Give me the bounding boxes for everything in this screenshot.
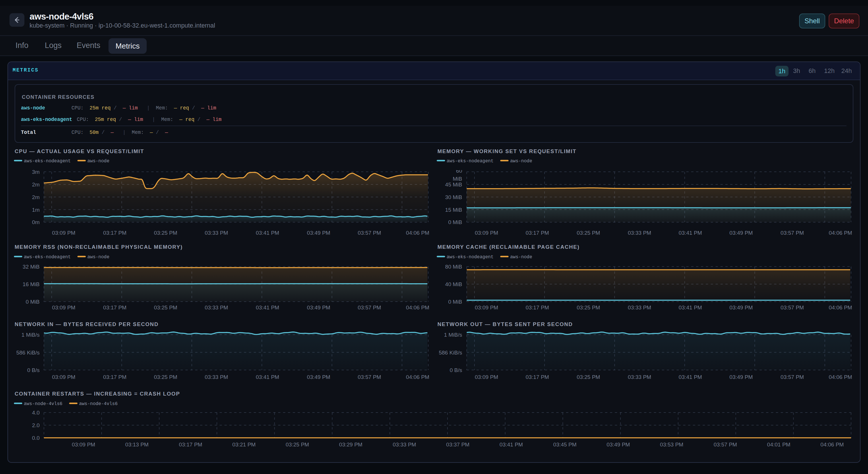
svg-text:03:41 PM: 03:41 PM [256,304,279,310]
svg-text:0 MiB: 0 MiB [448,299,462,305]
svg-text:03:33 PM: 03:33 PM [205,230,228,236]
svg-text:03:09 PM: 03:09 PM [52,304,75,310]
svg-text:1 MiB/s: 1 MiB/s [444,332,462,338]
svg-text:03:57 PM: 03:57 PM [358,374,381,380]
svg-text:03:17 PM: 03:17 PM [526,304,549,310]
svg-text:03:17 PM: 03:17 PM [103,304,126,310]
svg-text:03:41 PM: 03:41 PM [679,230,702,236]
svg-text:2m: 2m [32,194,40,200]
svg-text:2m: 2m [32,182,40,187]
svg-text:aws-node: aws-node [510,255,532,260]
svg-text:03:33 PM: 03:33 PM [205,304,228,310]
svg-text:1 MiB/s: 1 MiB/s [22,332,40,338]
svg-text:aws-eks-nodeagent: aws-eks-nodeagent [24,158,71,164]
svg-text:MiB: MiB [453,176,462,182]
svg-text:03:53 PM: 03:53 PM [660,442,683,448]
svg-text:03:49 PM: 03:49 PM [307,374,330,380]
svg-text:04:06 PM: 04:06 PM [829,374,852,380]
svg-text:04:06 PM: 04:06 PM [829,304,852,310]
svg-text:03:25 PM: 03:25 PM [286,442,309,448]
svg-text:04:06 PM: 04:06 PM [406,374,429,380]
svg-text:03:33 PM: 03:33 PM [393,442,416,448]
svg-text:03:49 PM: 03:49 PM [307,230,330,236]
svg-text:4.0: 4.0 [32,410,40,416]
svg-text:03:41 PM: 03:41 PM [679,304,702,310]
svg-text:04:06 PM: 04:06 PM [829,230,852,236]
svg-text:0 MiB: 0 MiB [26,299,40,305]
svg-text:03:25 PM: 03:25 PM [577,374,600,380]
svg-text:03:57 PM: 03:57 PM [780,230,804,236]
svg-text:03:41 PM: 03:41 PM [499,442,523,448]
svg-text:586 KiB/s: 586 KiB/s [439,350,462,356]
svg-text:03:33 PM: 03:33 PM [628,304,651,310]
svg-text:03:09 PM: 03:09 PM [475,230,498,236]
svg-text:32 MiB: 32 MiB [23,264,40,270]
svg-text:03:25 PM: 03:25 PM [154,304,177,310]
svg-text:0 B/s: 0 B/s [450,367,462,373]
svg-text:04:01 PM: 04:01 PM [767,442,790,448]
svg-text:03:45 PM: 03:45 PM [553,442,577,448]
svg-text:03:25 PM: 03:25 PM [154,230,177,236]
svg-text:0.0: 0.0 [32,435,40,441]
svg-text:NETWORK IN — BYTES RECEIVED PE: NETWORK IN — BYTES RECEIVED PER SECOND [14,321,158,327]
svg-text:aws-node-4vls6: aws-node-4vls6 [24,401,62,407]
svg-text:03:41 PM: 03:41 PM [256,230,279,236]
svg-text:03:09 PM: 03:09 PM [52,374,75,380]
svg-text:0 MiB: 0 MiB [448,219,462,225]
svg-text:16 MiB: 16 MiB [23,281,40,287]
svg-text:40 MiB: 40 MiB [445,281,462,287]
svg-text:03:49 PM: 03:49 PM [730,374,753,380]
svg-text:03:21 PM: 03:21 PM [232,442,255,448]
svg-text:03:37 PM: 03:37 PM [446,442,469,448]
svg-text:03:13 PM: 03:13 PM [125,442,148,448]
svg-text:04:06 PM: 04:06 PM [406,230,429,236]
svg-text:aws-node: aws-node [87,158,110,164]
svg-text:03:57 PM: 03:57 PM [358,230,381,236]
svg-text:15 MiB: 15 MiB [445,207,462,213]
svg-text:aws-eks-nodeagent: aws-eks-nodeagent [446,255,493,260]
svg-text:MEMORY — WORKING SET VS REQUES: MEMORY — WORKING SET VS REQUEST/LIMIT [437,148,577,154]
svg-text:03:25 PM: 03:25 PM [154,374,177,380]
svg-text:03:33 PM: 03:33 PM [628,374,651,380]
svg-text:03:25 PM: 03:25 PM [577,304,600,310]
svg-text:0m: 0m [32,219,40,225]
svg-text:aws-eks-nodeagent: aws-eks-nodeagent [24,255,71,260]
svg-text:03:57 PM: 03:57 PM [714,442,737,448]
svg-text:CPU — ACTUAL USAGE VS REQUEST/: CPU — ACTUAL USAGE VS REQUEST/LIMIT [14,148,144,154]
svg-text:03:49 PM: 03:49 PM [607,442,630,448]
svg-text:45 MiB: 45 MiB [445,182,462,187]
svg-text:aws-eks-nodeagent: aws-eks-nodeagent [446,158,493,164]
svg-text:03:57 PM: 03:57 PM [780,374,804,380]
svg-text:03:29 PM: 03:29 PM [339,442,362,448]
svg-text:03:09 PM: 03:09 PM [52,230,75,236]
svg-text:03:17 PM: 03:17 PM [526,230,549,236]
svg-text:60: 60 [456,168,462,174]
svg-text:1m: 1m [32,207,40,213]
svg-text:04:06 PM: 04:06 PM [820,442,844,448]
svg-text:CONTAINER RESTARTS — INCREASIN: CONTAINER RESTARTS — INCREASING = CRASH … [14,391,180,397]
svg-text:03:17 PM: 03:17 PM [526,374,549,380]
svg-text:03:33 PM: 03:33 PM [628,230,651,236]
svg-text:MEMORY CACHE (RECLAIMABLE PAGE: MEMORY CACHE (RECLAIMABLE PAGE CACHE) [437,244,580,250]
svg-text:3m: 3m [32,169,40,175]
svg-text:03:57 PM: 03:57 PM [358,304,381,310]
svg-text:aws-node: aws-node [510,158,532,164]
svg-text:03:17 PM: 03:17 PM [103,374,126,380]
svg-text:03:41 PM: 03:41 PM [256,374,279,380]
svg-text:03:41 PM: 03:41 PM [679,374,702,380]
svg-text:MEMORY RSS (NON-RECLAIMABLE PH: MEMORY RSS (NON-RECLAIMABLE PHYSICAL MEM… [14,244,183,250]
svg-text:03:49 PM: 03:49 PM [730,304,753,310]
svg-text:aws-node-4vls6: aws-node-4vls6 [79,401,117,407]
svg-text:03:17 PM: 03:17 PM [179,442,202,448]
svg-text:80 MiB: 80 MiB [445,264,462,270]
svg-text:NETWORK OUT — BYTES SENT PER S: NETWORK OUT — BYTES SENT PER SECOND [437,321,573,327]
svg-text:04:06 PM: 04:06 PM [406,304,429,310]
svg-text:2.0: 2.0 [32,422,40,428]
svg-text:30 MiB: 30 MiB [445,194,462,200]
svg-text:03:33 PM: 03:33 PM [205,374,228,380]
svg-text:03:57 PM: 03:57 PM [780,304,804,310]
svg-text:03:09 PM: 03:09 PM [475,374,498,380]
svg-text:aws-node: aws-node [87,255,110,260]
svg-text:03:25 PM: 03:25 PM [577,230,600,236]
svg-text:03:17 PM: 03:17 PM [103,230,126,236]
